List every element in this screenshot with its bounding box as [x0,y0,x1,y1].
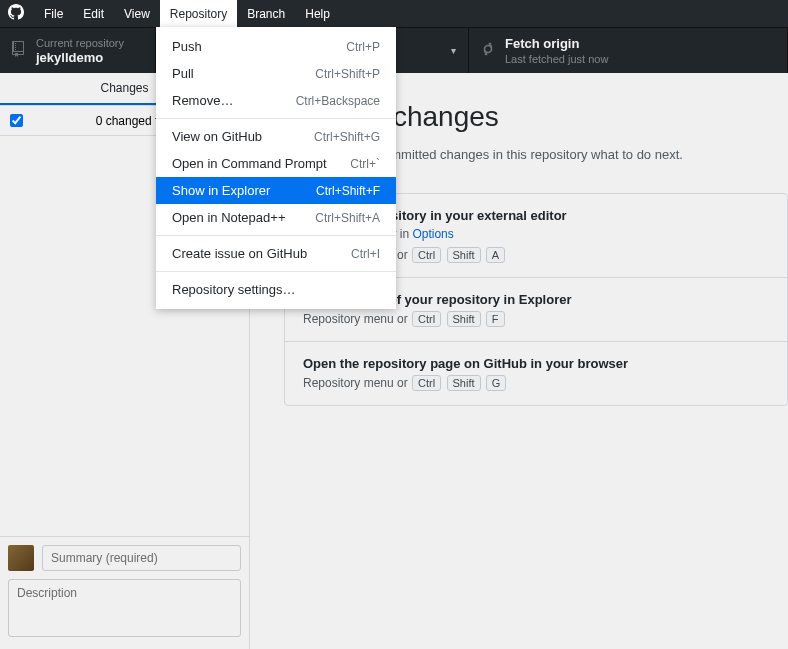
menu-help[interactable]: Help [295,0,340,27]
description-input[interactable] [8,579,241,637]
kbd-key: Ctrl [412,375,441,391]
menu-item-remove[interactable]: Remove…Ctrl+Backspace [156,87,396,114]
repo-name: jekylldemo [36,50,124,66]
kbd-key: Ctrl [412,247,441,263]
card-shortcut: Repository menu or Ctrl Shift F [303,311,769,327]
menu-item-create-issue-on-github[interactable]: Create issue on GitHubCtrl+I [156,240,396,267]
menu-view[interactable]: View [114,0,160,27]
kbd-key: Ctrl [412,311,441,327]
menu-item-open-in-notepad[interactable]: Open in Notepad++Ctrl+Shift+A [156,204,396,231]
repo-label: Current repository [36,36,124,50]
menubar: FileEditViewRepositoryBranchHelp [0,0,788,27]
options-link[interactable]: Options [412,227,453,241]
kbd-key: Shift [447,247,481,263]
repository-menu: PushCtrl+PPullCtrl+Shift+PRemove…Ctrl+Ba… [156,27,396,309]
menu-separator [156,118,396,119]
current-repository-selector[interactable]: Current repository jekylldemo [0,28,156,73]
repo-icon [12,41,26,61]
menu-item-show-in-explorer[interactable]: Show in ExplorerCtrl+Shift+F [156,177,396,204]
suggestion-card[interactable]: Open the repository page on GitHub in yo… [285,342,787,405]
select-all-checkbox[interactable] [10,114,23,127]
card-shortcut: Repository menu or Ctrl Shift G [303,375,769,391]
summary-input[interactable] [42,545,241,571]
menu-branch[interactable]: Branch [237,0,295,27]
fetch-status: Last fetched just now [505,52,608,66]
kbd-key: Shift [447,311,481,327]
chevron-down-icon: ▾ [451,45,456,56]
menu-separator [156,235,396,236]
menu-item-open-in-command-prompt[interactable]: Open in Command PromptCtrl+` [156,150,396,177]
sync-icon [481,41,495,61]
menu-item-push[interactable]: PushCtrl+P [156,33,396,60]
github-logo-icon [8,4,24,23]
kbd-key: F [486,311,505,327]
menu-repository[interactable]: Repository [160,0,237,27]
kbd-key: G [486,375,507,391]
menu-separator [156,271,396,272]
menu-item-repository-settings[interactable]: Repository settings… [156,276,396,303]
menu-edit[interactable]: Edit [73,0,114,27]
menu-item-view-on-github[interactable]: View on GitHubCtrl+Shift+G [156,123,396,150]
menu-item-pull[interactable]: PullCtrl+Shift+P [156,60,396,87]
menu-file[interactable]: File [34,0,73,27]
fetch-label: Fetch origin [505,36,608,52]
kbd-key: Shift [447,375,481,391]
card-title: Open the repository page on GitHub in yo… [303,356,769,371]
fetch-origin-button[interactable]: Fetch origin Last fetched just now [469,28,788,73]
kbd-key: A [486,247,505,263]
avatar [8,545,34,571]
commit-box [0,536,249,649]
